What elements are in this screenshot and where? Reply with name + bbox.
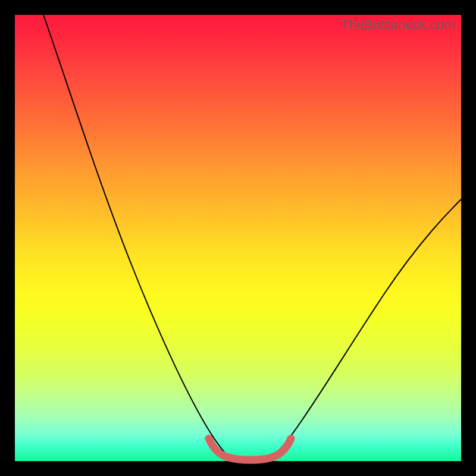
plot-area: TheBottleneck.com [15,15,461,461]
bottleneck-curve-left [43,15,230,458]
chart-svg [15,15,461,461]
bottleneck-curve-right [271,199,461,458]
chart-frame: TheBottleneck.com [0,0,476,476]
optimal-zone-marker [209,439,291,460]
